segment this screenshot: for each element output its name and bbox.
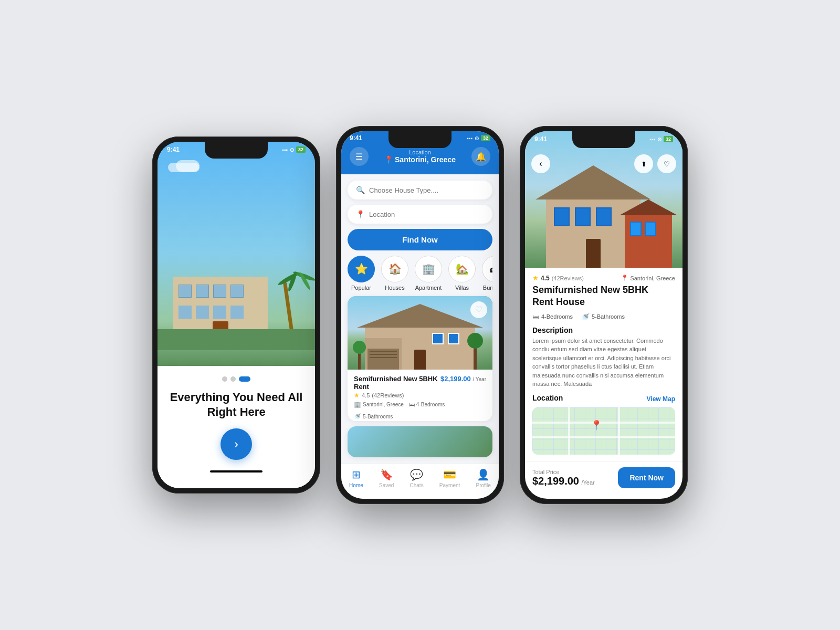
houses-icon: 🏠 xyxy=(388,262,402,275)
map-preview[interactable]: 📍 xyxy=(532,407,675,455)
location-display: Location 📍 Santorini, Greece xyxy=(384,149,456,164)
location-search[interactable]: 📍 xyxy=(348,205,492,224)
detail-hero: 9:41 ▪▪▪ ⊙ 32 xyxy=(525,131,682,268)
nav-chats[interactable]: 💬 Chats xyxy=(410,468,424,488)
det-wing-roof xyxy=(620,200,677,215)
window xyxy=(213,306,226,319)
road-h1 xyxy=(532,422,675,424)
splash-title: Everything You Need All Right Here xyxy=(168,390,304,420)
browse-body: 🔍 📍 Find Now ⭐ Popu xyxy=(341,174,499,464)
apartment-icon-wrap: 🏢 xyxy=(415,256,442,282)
bed-icon: 🛏 xyxy=(409,401,415,407)
favorite-button-card[interactable]: ♡ xyxy=(470,301,487,318)
nav-saved[interactable]: 🔖 Saved xyxy=(379,468,394,488)
card-door xyxy=(414,350,426,370)
tree-left xyxy=(358,349,361,370)
house-type-search[interactable]: 🔍 xyxy=(348,181,492,200)
det-door xyxy=(586,239,601,268)
property-card-2[interactable] xyxy=(348,426,492,457)
location-label: Location xyxy=(384,149,456,155)
phone-3-content: 9:41 ▪▪▪ ⊙ 32 xyxy=(525,131,682,499)
dot-1 xyxy=(222,376,227,382)
category-popular[interactable]: ⭐ Popular xyxy=(348,256,375,291)
notification-button[interactable]: 🔔 xyxy=(471,147,490,166)
status-icons-1: ▪▪▪ ⊙ 32 xyxy=(282,146,306,153)
menu-button[interactable]: ☰ xyxy=(350,147,369,166)
wifi-icon: ⊙ xyxy=(290,147,294,153)
houses-label: Houses xyxy=(385,285,404,291)
bedrooms-meta: 🛏 4-Bedrooms xyxy=(409,401,445,408)
home-indicator-1 xyxy=(210,470,262,472)
profile-nav-label: Profile xyxy=(476,482,490,488)
total-price-value-row: $2,199.00 /Year xyxy=(532,475,595,487)
view-map-link[interactable]: View Map xyxy=(647,395,675,403)
status-icons-3: ▪▪▪ ⊙ 32 xyxy=(649,136,673,142)
category-list: ⭐ Popular 🏠 Houses 🏢 xyxy=(348,256,492,291)
road-v1 xyxy=(568,407,570,455)
apartment-icon: 🏢 xyxy=(422,262,435,275)
detail-header-buttons: ‹ ⬆ ♡ xyxy=(525,154,682,173)
property-title-row: Semifurnished New 5BHK Rent $2,199.00 / … xyxy=(354,375,486,391)
det-wing-win xyxy=(645,222,656,236)
back-button[interactable]: ‹ xyxy=(531,154,550,173)
notch-3 xyxy=(572,131,635,148)
battery-icon: 32 xyxy=(296,146,306,153)
hamburger-icon: ☰ xyxy=(355,152,363,162)
search-icon-1: 🔍 xyxy=(356,186,365,194)
window xyxy=(196,285,209,298)
category-villas[interactable]: 🏡 Villas xyxy=(448,256,476,291)
category-houses[interactable]: 🏠 Houses xyxy=(381,256,408,291)
bathrooms-meta: 🚿 5-Bathrooms xyxy=(354,413,393,420)
signal-icon-2: ▪▪▪ xyxy=(467,135,472,141)
bed-amenity-icon: 🛏 xyxy=(532,313,539,321)
notch-1 xyxy=(205,142,268,159)
house-type-input[interactable] xyxy=(369,186,484,194)
heart-button[interactable]: ♡ xyxy=(657,154,676,173)
status-time-3: 9:41 xyxy=(534,135,547,143)
next-button[interactable]: › xyxy=(220,428,252,460)
detail-rating-value: 4.5 xyxy=(541,275,550,282)
home-nav-label: Home xyxy=(349,482,363,488)
nav-home[interactable]: ⊞ Home xyxy=(349,468,363,488)
phone-1: 9:41 ▪▪▪ ⊙ 32 xyxy=(152,136,320,494)
garage-door xyxy=(368,349,399,370)
map-location-pin: 📍 xyxy=(591,419,602,431)
det-brick-wing xyxy=(625,215,672,268)
share-button[interactable]: ⬆ xyxy=(634,154,653,173)
detail-location-text: Santorini, Greece xyxy=(630,275,675,281)
location-input[interactable] xyxy=(369,211,484,218)
villas-icon: 🏡 xyxy=(456,262,469,275)
detail-right-buttons: ⬆ ♡ xyxy=(634,154,676,173)
rating-reviews: (42Reviews) xyxy=(372,392,404,398)
nav-profile[interactable]: 👤 Profile xyxy=(476,468,490,488)
total-price-section: Total Price $2,199.00 /Year xyxy=(532,469,595,487)
category-bungalow[interactable]: 🏘 Bungalow xyxy=(482,256,492,291)
find-now-button[interactable]: Find Now xyxy=(348,229,492,250)
status-icons-2: ▪▪▪ ⊙ 32 xyxy=(467,135,490,141)
wifi-icon-3: ⊙ xyxy=(657,136,662,142)
splash-content: Everything You Need All Right Here › xyxy=(158,366,315,488)
villas-icon-wrap: 🏡 xyxy=(448,256,476,282)
price-per: / Year xyxy=(472,376,486,382)
profile-nav-icon: 👤 xyxy=(477,468,490,481)
property-price: $2,199.00 / Year xyxy=(440,375,486,383)
phone-2: 9:41 ▪▪▪ ⊙ 32 ☰ Location xyxy=(336,126,504,504)
road-v2 xyxy=(618,407,620,455)
property-card-1[interactable]: ♡ Semifurnished New 5BHK Rent $2,199.00 … xyxy=(348,296,492,422)
nav-payment[interactable]: 💳 Payment xyxy=(439,468,460,488)
amenity-bathrooms: 🚿 5-Bathrooms xyxy=(581,313,625,321)
back-icon: ‹ xyxy=(539,159,542,169)
rating-row: ★ 4.5 (42Reviews) xyxy=(354,392,486,399)
header-row: ☰ Location 📍 Santorini, Greece 🔔 xyxy=(350,147,490,166)
pin-icon: 📍 xyxy=(384,155,393,164)
rent-now-button[interactable]: Rent Now xyxy=(618,467,675,488)
det-window xyxy=(575,207,591,226)
category-apartment[interactable]: 🏢 Apartment xyxy=(415,256,442,291)
payment-nav-icon: 💳 xyxy=(443,468,456,481)
popular-icon: ⭐ xyxy=(355,262,368,275)
window xyxy=(230,306,244,319)
cloud-2 xyxy=(176,160,200,172)
page-dots xyxy=(222,376,250,382)
phone-2-screen: 9:41 ▪▪▪ ⊙ 32 ☰ Location xyxy=(341,131,499,499)
building-windows-2 xyxy=(178,306,244,319)
